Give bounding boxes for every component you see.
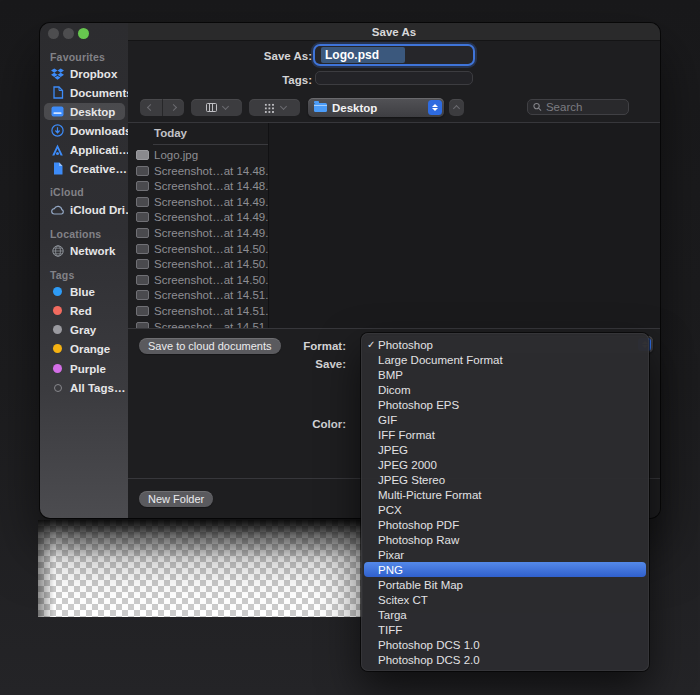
column-view-icon [206, 103, 217, 112]
sidebar-item-all-tags[interactable]: All Tags… [44, 379, 125, 396]
sidebar-item-label: Blue [70, 286, 95, 298]
menu-item-targa[interactable]: Targa [361, 607, 649, 622]
file-row[interactable]: Screenshot…at 14.49.13 [128, 194, 268, 209]
sidebar-section-icloud: iCloud [50, 186, 84, 198]
sidebar-item-label: All Tags… [70, 382, 125, 394]
sidebar-item-creative-cloud[interactable]: Creative… [44, 160, 125, 177]
file-row[interactable]: Logo.jpg [128, 147, 268, 162]
forward-button[interactable] [163, 99, 185, 116]
grid-view-icon [264, 103, 275, 113]
menu-item-jpeg[interactable]: JPEG [361, 442, 649, 457]
menu-item-png-highlighted[interactable]: PNG [364, 562, 646, 577]
menu-item-pcx[interactable]: PCX [361, 502, 649, 517]
sidebar-item-network[interactable]: Network [44, 242, 125, 259]
format-label: Format: [228, 340, 346, 352]
file-row[interactable]: Screenshot…at 14.48.58 [128, 178, 268, 193]
sidebar-item-label: Desktop [70, 106, 115, 118]
menu-item-photoshop[interactable]: ✓Photoshop [361, 337, 649, 352]
menu-item-photoshop-pdf[interactable]: Photoshop PDF [361, 517, 649, 532]
menu-item-scitex-ct[interactable]: Scitex CT [361, 592, 649, 607]
sidebar-item-label: Orange [70, 343, 110, 355]
color-label: Color: [228, 418, 346, 430]
menu-item-bmp[interactable]: BMP [361, 367, 649, 382]
minimize-window-button[interactable] [63, 28, 74, 39]
forward-chevron-icon [170, 104, 177, 111]
file-row[interactable]: Screenshot…at 14.51.13 [128, 287, 268, 302]
format-dropdown-menu: ✓Photoshop Large Document Format BMP Dic… [361, 333, 649, 671]
disclosure-button[interactable] [449, 99, 464, 116]
menu-item-photoshop-dcs-2[interactable]: Photoshop DCS 2.0 [361, 652, 649, 667]
save-label: Save: [228, 358, 346, 370]
dialog-title: Save As [372, 26, 416, 38]
search-input[interactable] [542, 101, 623, 113]
sidebar-item-icloud-drive[interactable]: iCloud Dri… [44, 201, 125, 218]
sidebar-section-favourites: Favourites [50, 51, 105, 63]
menu-item-photoshop-raw[interactable]: Photoshop Raw [361, 532, 649, 547]
file-row[interactable]: Screenshot…at 14.50.43 [128, 256, 268, 271]
sidebar-item-tag-purple[interactable]: Purple [44, 360, 125, 377]
file-list-column: Today Logo.jpg Screenshot…at 14.48.42 Sc… [128, 123, 269, 328]
file-thumbnail-icon [136, 290, 149, 300]
globe-icon [50, 244, 65, 257]
sidebar-item-dropbox[interactable]: Dropbox [44, 65, 125, 82]
file-thumbnail-icon [136, 275, 149, 285]
sidebar-item-tag-gray[interactable]: Gray [44, 321, 125, 338]
location-select[interactable]: Desktop [308, 98, 444, 117]
menu-item-jpeg-stereo[interactable]: JPEG Stereo [361, 472, 649, 487]
filename-input[interactable]: Logo.psd [315, 46, 473, 64]
close-window-button[interactable] [48, 28, 59, 39]
menu-item-iff-format[interactable]: IFF Format [361, 427, 649, 442]
zoom-window-button[interactable] [78, 28, 89, 39]
gray-tag-dot-icon [50, 323, 65, 336]
sidebar-item-label: Applicati… [70, 144, 128, 156]
menu-item-dicom[interactable]: Dicom [361, 382, 649, 397]
back-button[interactable] [140, 99, 163, 116]
menu-item-photoshop-dcs-1[interactable]: Photoshop DCS 1.0 [361, 637, 649, 652]
navigation-buttons [140, 99, 184, 116]
file-browser: Today Logo.jpg Screenshot…at 14.48.42 Sc… [128, 123, 660, 328]
sidebar-item-tag-orange[interactable]: Orange [44, 340, 125, 357]
red-tag-dot-icon [50, 304, 65, 317]
filename-selected-text: Logo.psd [321, 47, 405, 63]
file-row[interactable]: Screenshot…at 14.49.36 [128, 209, 268, 224]
sidebar-section-tags: Tags [50, 269, 75, 281]
search-field[interactable] [527, 99, 629, 115]
purple-tag-dot-icon [50, 362, 65, 375]
sidebar-item-tag-blue[interactable]: Blue [44, 283, 125, 300]
sidebar-section-locations: Locations [50, 228, 101, 240]
menu-item-large-document-format[interactable]: Large Document Format [361, 352, 649, 367]
blue-tag-dot-icon [50, 285, 65, 298]
sidebar-item-desktop[interactable]: Desktop [44, 103, 125, 120]
menu-item-photoshop-eps[interactable]: Photoshop EPS [361, 397, 649, 412]
menu-item-pixar[interactable]: Pixar [361, 547, 649, 562]
document-icon [50, 86, 65, 99]
sidebar-item-label: iCloud Dri… [70, 204, 128, 216]
search-icon [533, 102, 542, 112]
file-row[interactable]: Screenshot…at 14.51.50 [128, 303, 268, 318]
file-thumbnail-icon [136, 228, 149, 238]
sidebar-item-documents[interactable]: Documents [44, 84, 125, 101]
group-view-button[interactable] [249, 99, 300, 116]
menu-item-multi-picture-format[interactable]: Multi-Picture Format [361, 487, 649, 502]
tags-input[interactable] [315, 71, 473, 85]
transparent-canvas-checkerboard [38, 520, 363, 617]
file-row[interactable]: Screenshot…at 14.50.27 [128, 241, 268, 256]
sidebar-item-downloads[interactable]: Downloads [44, 122, 125, 139]
file-row[interactable]: Screenshot…at 14.50.56 [128, 272, 268, 287]
column-view-button[interactable] [191, 99, 242, 116]
file-thumbnail-icon [136, 150, 149, 160]
new-folder-button[interactable]: New Folder [139, 491, 213, 507]
menu-item-jpeg-2000[interactable]: JPEG 2000 [361, 457, 649, 472]
orange-tag-dot-icon [50, 342, 65, 355]
file-row[interactable]: Screenshot…at 14.51.58 [128, 319, 268, 328]
sidebar-item-applications[interactable]: Applicati… [44, 141, 125, 158]
browser-divider [128, 328, 660, 329]
menu-item-gif[interactable]: GIF [361, 412, 649, 427]
menu-item-portable-bit-map[interactable]: Portable Bit Map [361, 577, 649, 592]
location-value: Desktop [332, 102, 377, 114]
file-row[interactable]: Screenshot…at 14.48.42 [128, 163, 268, 178]
menu-item-tiff[interactable]: TIFF [361, 622, 649, 637]
file-row[interactable]: Screenshot…at 14.49.59 [128, 225, 268, 240]
sidebar-item-label: Red [70, 305, 92, 317]
sidebar-item-tag-red[interactable]: Red [44, 302, 125, 319]
